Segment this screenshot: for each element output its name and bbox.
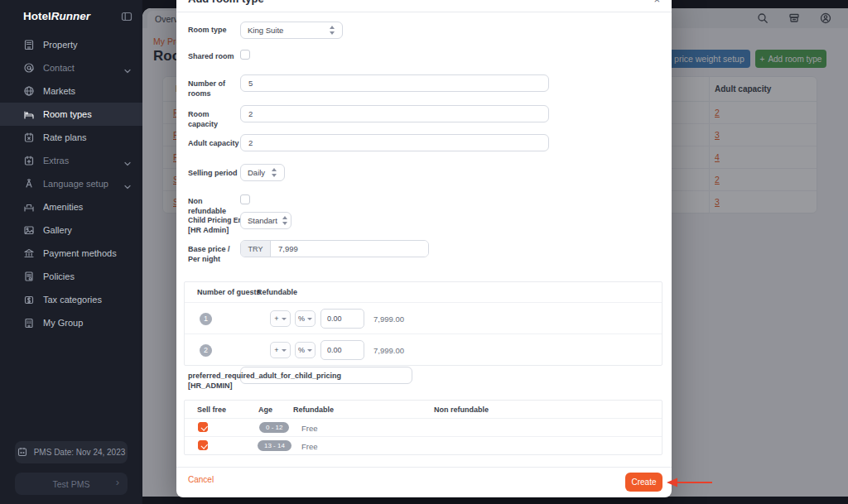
amount-input[interactable] xyxy=(320,309,364,329)
sell-free-checkbox[interactable] xyxy=(198,422,208,432)
logo-italic: Runner xyxy=(51,10,90,22)
guest-pricing-table: Number of guests Refundable 1 + % 7,999.… xyxy=(184,281,662,366)
room-type-label: Room type xyxy=(188,25,240,35)
operator-select[interactable]: + xyxy=(270,342,291,358)
guest-count-badge: 2 xyxy=(200,344,212,357)
guest-count-badge: 1 xyxy=(200,313,212,325)
pms-date-label: PMS Date: Nov 24, 2023 xyxy=(34,448,126,457)
sidebar-item-property[interactable]: Property xyxy=(0,33,142,56)
age-table-header: Sell free Age Refundable Non refundable xyxy=(185,401,662,418)
guest-row: 2 + % 7,999.00 xyxy=(185,334,662,365)
age-pricing-table: Sell free Age Refundable Non refundable … xyxy=(184,400,662,455)
sidebar-collapse-icon[interactable] xyxy=(121,11,132,22)
number-of-rooms-label: Number of rooms xyxy=(188,79,240,98)
tax-icon xyxy=(23,294,35,305)
close-icon[interactable]: × xyxy=(653,0,660,5)
pms-date-badge[interactable]: PMS Date: Nov 24, 2023 xyxy=(15,441,128,463)
operator-select[interactable]: + xyxy=(270,310,291,327)
language-icon xyxy=(23,178,35,190)
child-pricing-engine-sublabel: [HR Admin] xyxy=(188,225,240,235)
sidebar-item-label: Language setup xyxy=(43,179,108,189)
sidebar-item-label: My Group xyxy=(43,318,83,328)
shared-room-label: Shared room xyxy=(188,51,240,61)
operator-value: + xyxy=(274,346,278,354)
sidebar: HotelRunner Property Contact Markets Roo… xyxy=(0,0,142,504)
sidebar-item-label: Policies xyxy=(43,271,75,281)
child-pricing-engine-label: Child Pricing Engine xyxy=(188,215,241,225)
sidebar-item-language-setup[interactable]: Language setup xyxy=(0,172,142,195)
number-of-rooms-input[interactable] xyxy=(240,74,549,92)
currency-prefix: TRY xyxy=(241,241,271,257)
chevron-right-icon: › xyxy=(116,476,119,488)
updown-caret-icon xyxy=(282,216,284,225)
guest-row: 1 + % 7,999.00 xyxy=(185,302,662,334)
amount-input[interactable] xyxy=(320,340,364,360)
test-pms-button[interactable]: Test PMS › xyxy=(15,473,128,495)
sidebar-item-gallery[interactable]: Gallery xyxy=(0,218,142,242)
guest-table-header: Number of guests Refundable xyxy=(185,282,662,302)
age-row: 13 - 14 Free xyxy=(185,436,662,454)
sidebar-item-label: Gallery xyxy=(43,225,72,235)
room-capacity-label: Room capacity xyxy=(188,109,240,129)
selling-period-label: Selling period xyxy=(188,168,240,178)
refundable-price: Free xyxy=(301,442,318,451)
divider xyxy=(176,12,672,12)
preferred-adult-label: preferred_required_adult_for_child_prici… xyxy=(188,371,370,381)
base-price-group: TRY xyxy=(240,240,429,257)
divider xyxy=(176,467,672,468)
operator-value: + xyxy=(274,314,278,323)
chevron-down-icon xyxy=(282,349,287,352)
computed-price: 7,999.00 xyxy=(373,346,404,355)
sidebar-item-markets[interactable]: Markets xyxy=(0,79,142,103)
sell-free-column-header: Sell free xyxy=(197,406,226,414)
sidebar-item-label: Extras xyxy=(43,156,69,166)
modal-title: Add room type xyxy=(188,0,264,5)
create-button[interactable]: Create xyxy=(625,473,662,492)
sidebar-item-extras[interactable]: Extras xyxy=(0,149,142,172)
refundable-column-header: Refundable xyxy=(257,288,297,296)
shared-room-checkbox[interactable] xyxy=(240,50,250,60)
room-capacity-input[interactable] xyxy=(240,105,549,122)
at-icon xyxy=(23,62,35,74)
sidebar-item-contact[interactable]: Contact xyxy=(0,56,142,79)
adult-capacity-input[interactable] xyxy=(240,134,549,151)
logo-bold: Hotel xyxy=(23,10,51,22)
building-icon xyxy=(23,39,35,50)
non-refundable-checkbox[interactable] xyxy=(240,194,250,204)
calendar-icon xyxy=(23,132,35,143)
selling-period-select[interactable]: Daily xyxy=(240,164,285,181)
chevron-down-icon xyxy=(282,318,287,320)
child-pricing-engine-select[interactable]: Standart xyxy=(240,212,292,229)
age-range-badge: 0 - 12 xyxy=(259,422,289,433)
add-room-type-modal: Add room type × Room type King Suite Sha… xyxy=(176,0,672,497)
sidebar-item-payment-methods[interactable]: Payment methods xyxy=(0,242,142,265)
child-pricing-engine-value: Standart xyxy=(248,216,277,225)
sidebar-item-label: Tax categories xyxy=(43,295,102,305)
sidebar-item-room-types[interactable]: Room types xyxy=(0,103,142,126)
non-refundable-column-header: Non refundable xyxy=(434,406,489,414)
document-icon xyxy=(23,271,35,282)
computed-price: 7,999.00 xyxy=(373,314,404,324)
cancel-button[interactable]: Cancel xyxy=(188,475,214,484)
base-price-input[interactable] xyxy=(271,241,428,257)
chevron-down-icon xyxy=(124,181,131,186)
unit-select[interactable]: % xyxy=(295,310,316,327)
sidebar-item-label: Property xyxy=(43,40,78,50)
sidebar-item-tax-categories[interactable]: Tax categories xyxy=(0,288,142,311)
chevron-down-icon xyxy=(307,318,312,320)
test-pms-label: Test PMS xyxy=(53,479,90,489)
room-type-select[interactable]: King Suite xyxy=(240,22,343,39)
sidebar-item-amenities[interactable]: Amenities xyxy=(0,195,142,218)
non-refundable-label: Non refundable xyxy=(188,196,240,216)
app-logo: HotelRunner xyxy=(23,10,90,22)
bank-icon xyxy=(23,247,35,259)
group-icon xyxy=(23,317,35,329)
sidebar-item-policies[interactable]: Policies xyxy=(0,265,142,288)
sidebar-item-rate-plans[interactable]: Rate plans xyxy=(0,126,142,149)
sidebar-item-label: Contact xyxy=(43,63,75,73)
chevron-down-icon xyxy=(124,158,131,163)
annotation-arrow xyxy=(664,475,716,490)
sidebar-item-my-group[interactable]: My Group xyxy=(0,311,142,334)
sell-free-checkbox[interactable] xyxy=(198,440,208,450)
unit-select[interactable]: % xyxy=(295,342,316,358)
